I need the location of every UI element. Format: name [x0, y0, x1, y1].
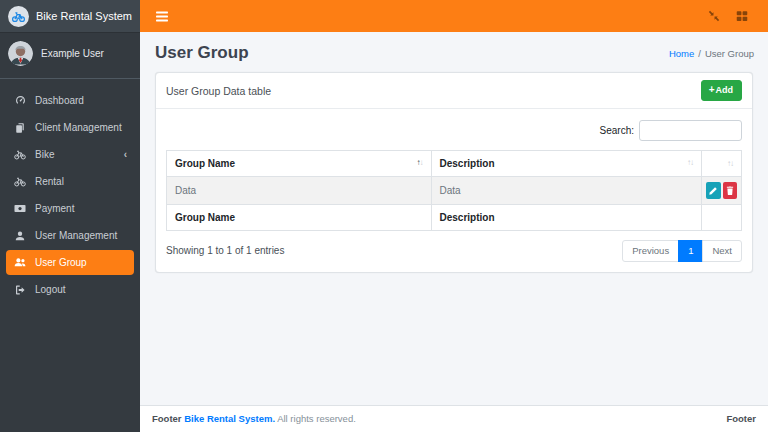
- sidebar-item-client-management[interactable]: Client Management: [6, 115, 134, 140]
- sidebar-item-dashboard[interactable]: Dashboard: [6, 88, 134, 113]
- user-group-card: User Group Data table +Add Search:: [155, 72, 753, 273]
- sidebar-item-label: Payment: [35, 203, 74, 214]
- sort-icon: ↑↓: [417, 158, 423, 167]
- dashboard-icon: [13, 94, 27, 107]
- search-label: Search:: [600, 125, 634, 136]
- footer-right-label: Footer: [726, 413, 756, 424]
- content-spacer: [140, 273, 768, 406]
- table-footer-row: Group Name Description: [167, 205, 742, 231]
- page-header: User Group Home / User Group: [140, 32, 768, 72]
- sort-icon: ↑↓: [727, 159, 733, 168]
- breadcrumb-home-link[interactable]: Home: [669, 48, 694, 59]
- topbar-actions: [708, 10, 748, 22]
- grid-apps-icon[interactable]: [736, 10, 748, 22]
- trash-icon: [725, 186, 735, 196]
- column-header-group-name[interactable]: Group Name ↑↓: [167, 151, 432, 177]
- plus-icon: +: [709, 85, 715, 95]
- cell-group-name: Data: [167, 177, 432, 205]
- pagination-next-button[interactable]: Next: [702, 240, 742, 262]
- hamburger-menu-icon[interactable]: [156, 11, 168, 22]
- sidebar: Bike Rental System Example User: [0, 0, 140, 432]
- add-button-label: Add: [716, 86, 734, 95]
- content-area: User Group Home / User Group User Group …: [140, 32, 768, 432]
- cell-description: Data: [431, 177, 702, 205]
- logout-icon: [13, 283, 27, 296]
- topbar: [140, 0, 768, 32]
- pagination-previous-button[interactable]: Previous: [622, 240, 679, 262]
- add-button[interactable]: +Add: [701, 80, 742, 101]
- footer-brand-link[interactable]: Bike Rental System.: [184, 413, 275, 424]
- table-row: Data Data: [167, 177, 742, 205]
- user-avatar: [8, 41, 33, 66]
- brand-title: Bike Rental System: [36, 10, 132, 22]
- pencil-icon: [708, 186, 718, 196]
- sidebar-item-label: Logout: [35, 284, 66, 295]
- user-icon: [13, 229, 27, 242]
- table-header-row: Group Name ↑↓ Description ↑↓ ↑↓: [167, 151, 742, 177]
- brand[interactable]: Bike Rental System: [0, 0, 140, 32]
- breadcrumb-current: User Group: [705, 48, 754, 59]
- pagination-page-1-button[interactable]: 1: [678, 240, 703, 262]
- user-group-table: Group Name ↑↓ Description ↑↓ ↑↓: [166, 150, 742, 231]
- sidebar-item-label: Client Management: [35, 122, 122, 133]
- sort-icon: ↑↓: [687, 158, 693, 167]
- delete-button[interactable]: [723, 182, 738, 199]
- sidebar-item-label: Dashboard: [35, 95, 84, 106]
- entries-info: Showing 1 to 1 of 1 entries: [166, 245, 284, 256]
- card-body: Search: Group Name ↑↓ Descripti: [156, 109, 752, 272]
- footer-group-name: Group Name: [167, 205, 432, 231]
- user-name: Example User: [41, 48, 104, 59]
- bike-rental-app: Bike Rental System Example User: [0, 0, 768, 432]
- sidebar-item-label: User Management: [35, 230, 117, 241]
- sidebar-item-rental[interactable]: Rental: [6, 169, 134, 194]
- cell-actions: [702, 177, 742, 205]
- main-column: User Group Home / User Group User Group …: [140, 0, 768, 432]
- compress-fullscreen-icon[interactable]: [708, 10, 720, 22]
- column-header-description[interactable]: Description ↑↓: [431, 151, 702, 177]
- edit-button[interactable]: [706, 182, 721, 199]
- table-bottom: Showing 1 to 1 of 1 entries Previous 1 N…: [166, 231, 742, 262]
- column-label: Description: [440, 158, 495, 169]
- sidebar-item-bike[interactable]: Bike ‹: [6, 142, 134, 167]
- column-label: Group Name: [175, 158, 235, 169]
- sidebar-item-logout[interactable]: Logout: [6, 277, 134, 302]
- breadcrumb: Home / User Group: [669, 48, 754, 59]
- bike-icon: [13, 175, 27, 188]
- bike-icon: [13, 148, 27, 161]
- banknote-icon: [13, 202, 27, 215]
- card-title: User Group Data table: [166, 85, 271, 97]
- footer-label: Footer: [152, 413, 182, 424]
- footer-rights: All rights reserved.: [277, 413, 356, 424]
- footer-actions: [702, 205, 742, 231]
- chevron-left-icon: ‹: [124, 150, 127, 160]
- footer-description: Description: [431, 205, 702, 231]
- search-input[interactable]: [639, 120, 742, 141]
- breadcrumb-separator: /: [698, 48, 701, 59]
- user-panel[interactable]: Example User: [0, 32, 140, 79]
- app-footer: Footer Bike Rental System. All rights re…: [140, 405, 768, 432]
- sidebar-item-label: Bike: [35, 149, 54, 160]
- bike-logo-icon: [8, 6, 29, 27]
- sidebar-item-user-management[interactable]: User Management: [6, 223, 134, 248]
- sidebar-item-label: User Group: [35, 257, 87, 268]
- users-icon: [13, 256, 27, 269]
- sidebar-item-label: Rental: [35, 176, 64, 187]
- page-title: User Group: [155, 43, 249, 63]
- sidebar-item-user-group[interactable]: User Group: [6, 250, 134, 275]
- copy-icon: [13, 121, 27, 134]
- search-row: Search:: [166, 117, 742, 150]
- sidebar-nav: Dashboard Client Management Bike ‹ Rent: [0, 79, 140, 311]
- footer-left: Footer Bike Rental System. All rights re…: [152, 413, 356, 424]
- card-header: User Group Data table +Add: [156, 73, 752, 109]
- column-header-actions[interactable]: ↑↓: [702, 151, 742, 177]
- sidebar-item-payment[interactable]: Payment: [6, 196, 134, 221]
- pagination: Previous 1 Next: [622, 240, 742, 262]
